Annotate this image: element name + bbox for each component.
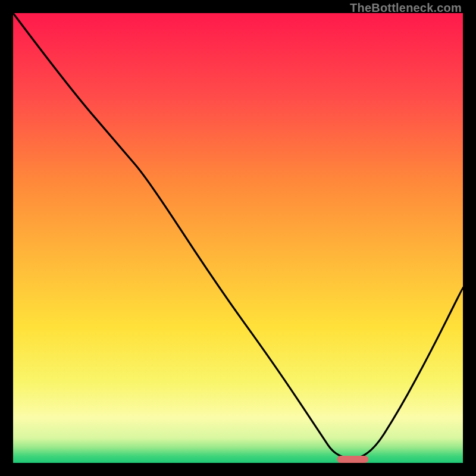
bottleneck-chart <box>13 13 463 463</box>
watermark-text: TheBottleneck.com <box>350 1 462 15</box>
optimal-marker <box>337 456 368 463</box>
gradient-background <box>13 13 463 463</box>
plot-area <box>13 13 463 463</box>
